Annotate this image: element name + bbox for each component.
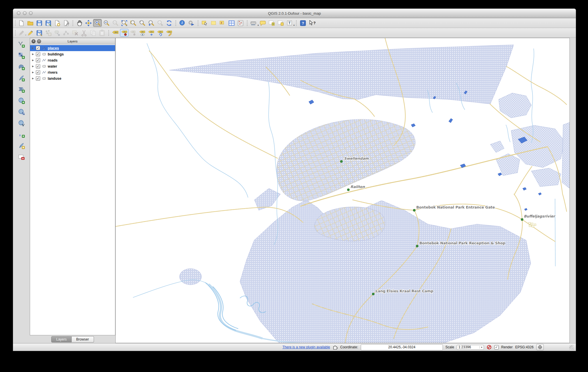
layer-item-rivers[interactable]: ▶✓rivers — [30, 69, 115, 75]
cut-features-icon[interactable] — [80, 29, 88, 37]
zoom-next-icon[interactable] — [156, 19, 164, 27]
toolbar-drag-handle[interactable] — [15, 20, 16, 26]
move-label-icon[interactable]: abc — [147, 29, 156, 37]
help-icon[interactable]: ? — [299, 19, 307, 27]
scale-combo[interactable]: 1:23396 ▾ — [457, 345, 484, 350]
expander-icon[interactable]: ▶ — [31, 77, 35, 80]
stop-render-icon[interactable] — [487, 345, 492, 350]
change-label-icon[interactable]: abc — [165, 29, 173, 37]
zoom-actual-icon[interactable]: 1:1 — [111, 19, 120, 27]
zoom-last-icon[interactable] — [147, 19, 156, 27]
map-geometry — [116, 38, 569, 343]
toolbar-drag-handle[interactable] — [15, 30, 16, 36]
layer-item-water[interactable]: ▶✓water — [30, 63, 115, 69]
crs-status-button[interactable] — [536, 344, 544, 350]
feature-action-icon[interactable] — [187, 19, 196, 27]
tab-layers[interactable]: Layers — [51, 336, 71, 343]
save-project-icon[interactable] — [35, 19, 44, 27]
select-by-expression-icon[interactable]: ε — [218, 19, 227, 27]
new-composer-icon[interactable] — [53, 19, 62, 27]
zoom-to-layer-icon[interactable] — [138, 19, 147, 27]
pan-map-icon[interactable] — [75, 19, 84, 27]
toggle-editing-icon[interactable] — [26, 29, 35, 37]
expander-icon[interactable]: ▶ — [31, 47, 35, 49]
layer-item-buildings[interactable]: ▶✓buildings — [30, 51, 115, 57]
layer-checkbox[interactable]: ✓ — [36, 64, 40, 68]
coordinate-input[interactable] — [361, 344, 443, 350]
render-checkbox[interactable]: ✓ — [494, 345, 499, 349]
save-project-as-icon[interactable] — [44, 19, 53, 27]
new-project-icon[interactable] — [17, 19, 26, 27]
expander-icon[interactable]: ▶ — [31, 59, 35, 62]
node-tool-icon[interactable] — [62, 29, 71, 37]
paste-features-icon[interactable] — [98, 29, 106, 37]
add-feature-icon[interactable] — [44, 29, 53, 37]
tab-browser[interactable]: Browser — [72, 336, 94, 343]
attribute-table-icon[interactable] — [227, 19, 236, 27]
add-wfs-layer-icon[interactable] — [16, 118, 26, 128]
layer-item-roads[interactable]: ▶✓roads — [30, 57, 115, 63]
add-postgis-layer-icon[interactable] — [16, 62, 26, 71]
title-bar[interactable]: QGIS 2.0.1-Dufour - basic_map — [13, 9, 576, 18]
layer-item-landuse[interactable]: ▶✓landuse — [30, 75, 115, 81]
copy-features-icon[interactable] — [89, 29, 97, 37]
zoom-full-icon[interactable] — [120, 19, 129, 27]
layer-item-places[interactable]: ▶✓places — [30, 45, 115, 51]
whats-this-icon[interactable]: ? — [308, 19, 316, 27]
layer-checkbox[interactable]: ✓ — [36, 76, 40, 81]
measure-icon[interactable]: ▾ — [249, 19, 258, 27]
plugin-icon[interactable] — [333, 345, 338, 350]
layer-checkbox[interactable]: ✓ — [36, 58, 40, 62]
new-bookmark-icon[interactable] — [267, 19, 276, 27]
add-delimited-text-icon[interactable]: , — [16, 130, 26, 139]
remove-layer-icon[interactable] — [16, 152, 26, 161]
map-canvas[interactable]: SwellendamRailtonBontebok National Park … — [115, 38, 570, 343]
zoom-to-selection-icon[interactable] — [129, 19, 138, 27]
field-calculator-icon[interactable] — [236, 19, 245, 27]
zoom-button[interactable] — [29, 11, 33, 15]
close-button[interactable] — [17, 11, 21, 15]
layer-checkbox[interactable]: ✓ — [36, 52, 40, 56]
map-svg[interactable]: SwellendamRailtonBontebok National Park … — [116, 38, 569, 343]
map-tips-icon[interactable] — [258, 19, 267, 27]
composer-manager-icon[interactable] — [62, 19, 71, 27]
minimize-button[interactable] — [23, 11, 27, 15]
delete-selected-icon[interactable] — [71, 29, 79, 37]
add-mssql-layer-icon[interactable] — [16, 85, 26, 94]
expander-icon[interactable]: ▶ — [31, 53, 35, 55]
open-project-icon[interactable] — [26, 19, 35, 27]
zoom-in-icon[interactable] — [93, 19, 102, 27]
show-bookmarks-icon[interactable] — [276, 19, 285, 27]
layer-name: landuse — [48, 77, 61, 81]
move-feature-icon[interactable] — [53, 29, 62, 37]
labeling-options-icon[interactable]: abc — [111, 29, 120, 37]
rotate-label-icon[interactable]: abc — [156, 29, 164, 37]
show-hide-labels-icon[interactable]: abc — [138, 29, 147, 37]
dropdown-arrow-icon[interactable]: ▾ — [293, 24, 295, 27]
deselect-features-icon[interactable] — [209, 19, 218, 27]
expander-icon[interactable]: ▶ — [31, 71, 35, 74]
pan-to-selection-icon[interactable] — [84, 19, 93, 27]
plugin-available-link[interactable]: There is a new plugin available — [282, 345, 330, 349]
svg-text:T: T — [289, 21, 291, 25]
identify-icon[interactable]: i — [178, 19, 187, 27]
highlight-pinned-icon[interactable]: ab — [129, 29, 138, 37]
scale-dropdown-arrow-icon[interactable]: ▾ — [480, 346, 484, 349]
current-edits-icon[interactable]: ▾ — [17, 29, 26, 37]
add-spatialite-layer-icon[interactable] — [16, 73, 26, 83]
resize-grip[interactable] — [569, 345, 574, 349]
expander-icon[interactable]: ▶ — [31, 65, 35, 68]
refresh-icon[interactable] — [165, 19, 173, 27]
add-raster-layer-icon[interactable] — [16, 51, 26, 60]
save-edits-icon[interactable] — [35, 29, 44, 37]
pin-labels-icon[interactable]: abc — [120, 29, 129, 37]
add-wcs-layer-icon[interactable] — [16, 107, 26, 116]
new-spatialite-layer-icon[interactable] — [16, 141, 26, 150]
select-features-icon[interactable] — [200, 19, 209, 27]
add-vector-layer-icon[interactable] — [16, 40, 26, 49]
add-wms-layer-icon[interactable] — [16, 96, 26, 105]
layer-checkbox[interactable]: ✓ — [36, 70, 40, 75]
layer-checkbox[interactable]: ✓ — [36, 46, 40, 50]
text-annotation-icon[interactable]: T▾ — [285, 19, 294, 27]
zoom-out-icon[interactable] — [102, 19, 111, 27]
